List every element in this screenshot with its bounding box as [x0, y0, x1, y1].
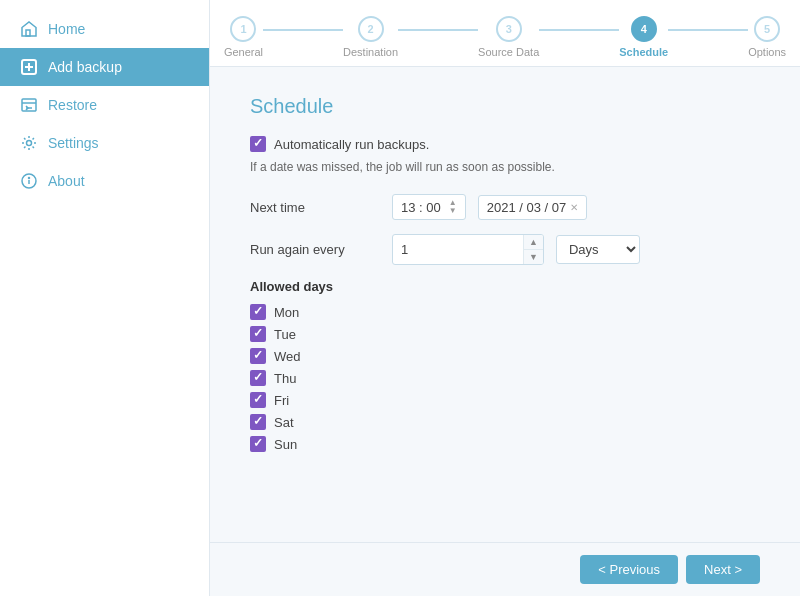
time-down-button[interactable]: ▼ — [449, 207, 457, 215]
day-wed-checkbox[interactable] — [250, 348, 266, 364]
sidebar-item-about[interactable]: About — [0, 162, 209, 200]
day-sat-checkbox[interactable] — [250, 414, 266, 430]
connector-4 — [668, 29, 748, 31]
previous-button[interactable]: < Previous — [580, 555, 678, 584]
auto-run-checkbox[interactable] — [250, 136, 266, 152]
unit-select[interactable]: Minutes Hours Days Weeks Months — [556, 235, 640, 264]
sidebar-item-label: About — [48, 173, 85, 189]
day-row-thu: Thu — [250, 370, 760, 386]
sidebar-item-label: Settings — [48, 135, 99, 151]
day-tue-checkbox[interactable] — [250, 326, 266, 342]
sidebar: Home Add backup Restore — [0, 0, 210, 596]
step-2-label: Destination — [343, 46, 398, 58]
gear-icon — [20, 134, 38, 152]
step-3: 3 Source Data — [478, 16, 539, 66]
step-4-label: Schedule — [619, 46, 668, 58]
day-thu-checkbox[interactable] — [250, 370, 266, 386]
interval-spinner: ▲ ▼ — [523, 235, 543, 264]
day-row-tue: Tue — [250, 326, 760, 342]
step-4: 4 Schedule — [619, 16, 668, 66]
day-sun-checkbox[interactable] — [250, 436, 266, 452]
next-time-row: Next time 13 : 00 ▲ ▼ 2021 / 03 / 07 ✕ — [250, 194, 760, 220]
auto-run-row: Automatically run backups. — [250, 136, 760, 152]
svg-point-7 — [27, 141, 32, 146]
day-mon-label: Mon — [274, 305, 299, 320]
restore-icon — [20, 96, 38, 114]
interval-input-wrap: 1 ▲ ▼ — [392, 234, 544, 265]
time-spinner[interactable]: ▲ ▼ — [449, 199, 457, 215]
next-time-label: Next time — [250, 200, 380, 215]
home-icon — [20, 20, 38, 38]
day-sat-label: Sat — [274, 415, 294, 430]
step-3-circle: 3 — [496, 16, 522, 42]
interval-up-button[interactable]: ▲ — [524, 235, 543, 250]
connector-1 — [263, 29, 343, 31]
sidebar-item-home[interactable]: Home — [0, 10, 209, 48]
day-fri-label: Fri — [274, 393, 289, 408]
svg-point-10 — [29, 178, 30, 179]
sidebar-item-label: Home — [48, 21, 85, 37]
sidebar-item-restore[interactable]: Restore — [0, 86, 209, 124]
page-title: Schedule — [250, 95, 760, 118]
next-button[interactable]: Next > — [686, 555, 760, 584]
sidebar-item-label: Add backup — [48, 59, 122, 75]
steps-bar: 1 General 2 Destination 3 Source Data 4 … — [210, 0, 800, 67]
day-mon-checkbox[interactable] — [250, 304, 266, 320]
day-row-sun: Sun — [250, 436, 760, 452]
day-thu-label: Thu — [274, 371, 296, 386]
content-area: Schedule Automatically run backups. If a… — [210, 67, 800, 542]
step-4-circle: 4 — [631, 16, 657, 42]
day-row-fri: Fri — [250, 392, 760, 408]
sidebar-item-add-backup[interactable]: Add backup — [0, 48, 209, 86]
step-5: 5 Options — [748, 16, 786, 66]
run-again-label: Run again every — [250, 242, 380, 257]
date-input[interactable]: 2021 / 03 / 07 ✕ — [478, 195, 588, 220]
missed-note: If a date was missed, the job will run a… — [250, 160, 760, 174]
interval-down-button[interactable]: ▼ — [524, 250, 543, 264]
day-tue-label: Tue — [274, 327, 296, 342]
main-content: 1 General 2 Destination 3 Source Data 4 … — [210, 0, 800, 596]
allowed-days-heading: Allowed days — [250, 279, 760, 294]
step-2: 2 Destination — [343, 16, 398, 66]
plus-icon — [20, 58, 38, 76]
day-wed-label: Wed — [274, 349, 301, 364]
step-5-label: Options — [748, 46, 786, 58]
day-fri-checkbox[interactable] — [250, 392, 266, 408]
step-1: 1 General — [224, 16, 263, 66]
auto-run-label: Automatically run backups. — [274, 137, 429, 152]
date-clear-button[interactable]: ✕ — [570, 202, 578, 213]
day-row-mon: Mon — [250, 304, 760, 320]
run-again-row: Run again every 1 ▲ ▼ Minutes Hours Days… — [250, 234, 760, 265]
interval-input[interactable]: 1 — [393, 237, 523, 262]
info-icon — [20, 172, 38, 190]
date-value: 2021 / 03 / 07 — [487, 200, 567, 215]
time-value: 13 : 00 — [401, 200, 441, 215]
sidebar-item-settings[interactable]: Settings — [0, 124, 209, 162]
step-2-circle: 2 — [358, 16, 384, 42]
sidebar-item-label: Restore — [48, 97, 97, 113]
connector-2 — [398, 29, 478, 31]
step-5-circle: 5 — [754, 16, 780, 42]
svg-rect-4 — [22, 99, 36, 111]
time-input[interactable]: 13 : 00 ▲ ▼ — [392, 194, 466, 220]
step-3-label: Source Data — [478, 46, 539, 58]
day-row-sat: Sat — [250, 414, 760, 430]
step-1-circle: 1 — [230, 16, 256, 42]
connector-3 — [539, 29, 619, 31]
svg-rect-0 — [26, 30, 30, 36]
step-1-label: General — [224, 46, 263, 58]
day-row-wed: Wed — [250, 348, 760, 364]
day-sun-label: Sun — [274, 437, 297, 452]
bottom-bar: < Previous Next > — [210, 542, 800, 596]
